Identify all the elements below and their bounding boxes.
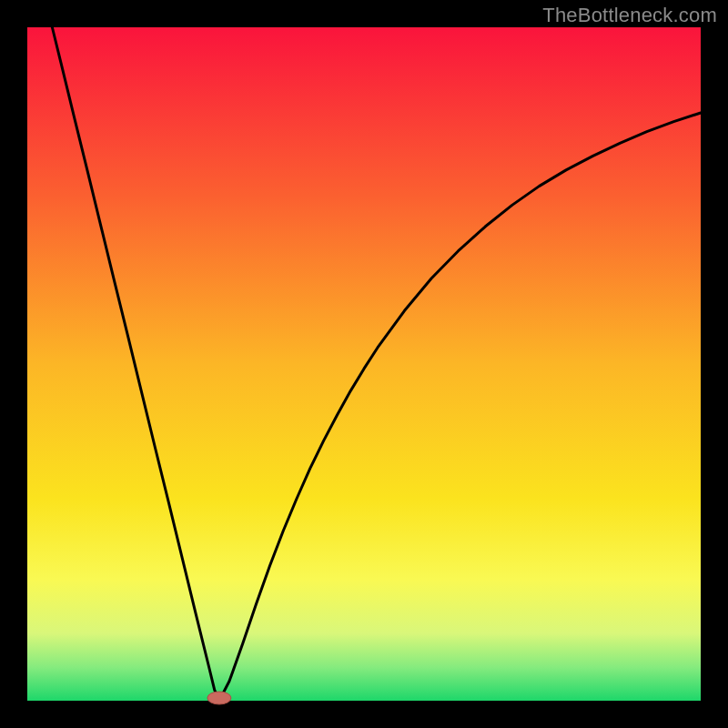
bottleneck-chart xyxy=(0,0,728,728)
watermark-text: TheBottleneck.com xyxy=(542,4,717,27)
chart-background xyxy=(27,27,701,701)
chart-container: TheBottleneck.com xyxy=(0,0,728,728)
minimum-marker xyxy=(207,692,231,704)
